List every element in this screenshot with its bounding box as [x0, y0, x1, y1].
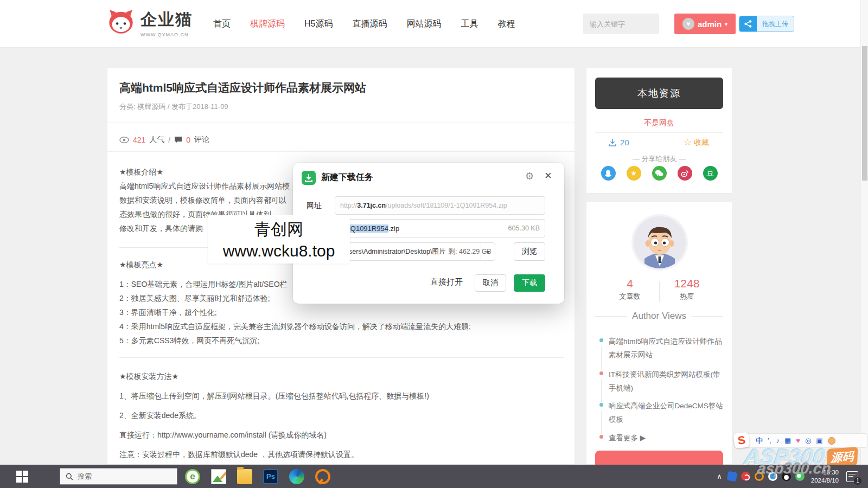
nav-item-home[interactable]: 首页 [213, 18, 231, 30]
notification-badge: 1 [854, 477, 861, 485]
drag-upload-button[interactable]: 拖拽上传 [739, 16, 794, 32]
skin-icon[interactable]: ♥ [796, 437, 800, 444]
site-header: 企业猫 WWW.QYMAO.CN 首页 棋牌源码 H5源码 直播源码 网站源码 … [0, 0, 868, 48]
url-path: /uploads/soft/181109/1-1Q1091R954.zip [386, 202, 507, 209]
author-avatar[interactable] [634, 216, 686, 268]
nav-item-live[interactable]: 直播源码 [352, 18, 387, 30]
download-count[interactable]: 20 [608, 138, 629, 147]
keyboard-icon[interactable]: ▦ [784, 437, 791, 444]
star-icon: ☆ [684, 137, 692, 148]
header-search-input[interactable] [583, 20, 687, 28]
start-button[interactable] [16, 471, 35, 483]
divider [595, 132, 723, 133]
comments-count: 0 [186, 136, 190, 144]
section-heading: ★模板介绍★ [119, 168, 163, 177]
body-line: 高端html5响应式自适应设计师作品素材展示网站模 [119, 182, 290, 191]
taskbar-search [60, 468, 177, 485]
cat-logo-icon [107, 8, 135, 38]
url-prefix: http:// [340, 202, 357, 209]
body-line: 2：独居美感大图、尽享美丽时光和舒适体验; [119, 294, 270, 304]
mascot-icon[interactable] [828, 437, 835, 445]
comment-icon [174, 136, 182, 144]
download-button[interactable]: 下载 [514, 274, 545, 292]
divider [119, 357, 564, 358]
site-logo[interactable]: 企业猫 WWW.QYMAO.CN [107, 8, 193, 38]
notification-center-icon[interactable]: 1 [846, 471, 858, 482]
emoji-icon[interactable]: ◎ [805, 437, 811, 444]
body-line: 5：多元素CSS3特效，网页不再死气沉沉; [119, 336, 259, 346]
local-resource-button[interactable]: 本地资源 [595, 78, 723, 109]
taskbar-file-explorer-icon[interactable] [237, 469, 252, 484]
comments-label: 评论 [194, 135, 209, 145]
author-views-heading: Author Views [586, 311, 732, 322]
author-view-item[interactable]: 高端html5响应式自适应设计师作品素材展示网站 [599, 335, 723, 362]
author-view-more[interactable]: 查看更多 ▶ [599, 431, 723, 445]
url-label: 网址 [307, 201, 322, 211]
share-nodes-icon [739, 16, 757, 32]
admin-label: admin [698, 20, 722, 29]
microphone-icon[interactable]: ♪ [776, 437, 780, 444]
body-line: 直接运行：http://www.yourname.com/install (请换… [119, 431, 327, 440]
url-input[interactable]: http://3.71jc.cn/uploads/soft/181109/1-1… [335, 196, 545, 215]
admin-avatar: ♥ [682, 18, 694, 30]
filename-input[interactable]: 1-1Q1091R954.zip 605.30 KB [335, 219, 545, 237]
watermark-line2: www.wcku8.top [208, 242, 350, 260]
views-count: 421 [133, 136, 145, 144]
dialog-title: 新建下载任务 [321, 172, 373, 183]
cancel-button[interactable]: 取消 [475, 274, 506, 292]
share-wechat-icon[interactable] [652, 166, 667, 181]
browse-button[interactable]: 浏览 [514, 242, 545, 261]
scrollbar-track[interactable] [860, 0, 868, 465]
author-view-item[interactable]: 响应式高端企业公司DedeCMS整站模板 [599, 399, 723, 426]
nav-item-qipai[interactable]: 棋牌源码 [250, 18, 285, 30]
body-line: 3：界面清晰干净，超个性化; [119, 308, 217, 318]
taskbar-image-editor-icon[interactable] [211, 469, 226, 484]
ime-lang-icon[interactable]: 中 [756, 437, 763, 444]
article-meta: 分类: 棋牌源码 / 发布于2018-11-09 [119, 102, 228, 112]
tray-expand-icon[interactable]: ∧ [717, 472, 722, 480]
tray-app2-icon[interactable] [741, 472, 750, 481]
not-netdisk-label: 不是网盘 [586, 118, 732, 128]
share-douban-icon[interactable]: 豆 [703, 166, 718, 181]
nav-item-tools[interactable]: 工具 [461, 18, 478, 30]
download-task-icon [302, 171, 316, 185]
nav-item-website[interactable]: 网站源码 [406, 18, 441, 30]
taskbar-search-input[interactable] [78, 472, 159, 480]
heat-label: 热度 [662, 292, 711, 301]
list-item-text: IT科技资讯新闻类织梦网站模板(带手机端) [609, 368, 723, 395]
share-qzone-icon[interactable]: ★ [627, 166, 641, 181]
chevron-down-icon: ▾ [725, 21, 727, 27]
body-line: 注意：安装过程中，数据库前缀默认dede ，其他选项请保持默认设置。 [119, 450, 359, 460]
toolbox-icon[interactable]: ▣ [816, 437, 822, 444]
download-icon [608, 138, 617, 147]
close-icon[interactable]: × [545, 169, 552, 183]
main-nav: 首页 棋牌源码 H5源码 直播源码 网站源码 工具 教程 [213, 0, 515, 48]
destination-path-select[interactable]: :\Users\Administrator\Desktop\图片 剩: 462.… [335, 242, 495, 261]
taskbar-edge-icon[interactable] [289, 469, 304, 484]
nav-item-tutorial[interactable]: 教程 [497, 18, 515, 30]
tray-app1-icon[interactable] [726, 471, 737, 482]
share-qq-icon[interactable] [601, 166, 616, 181]
scrollbar-thumb[interactable] [862, 46, 867, 181]
favorite-label: 收藏 [694, 138, 709, 147]
section-heading: ★模板亮点★ [119, 260, 163, 270]
url-host: 3.71jc.cn [357, 202, 386, 209]
gear-icon[interactable]: ⚙ [525, 170, 534, 182]
taskbar-photoshop-icon[interactable]: Ps [263, 469, 278, 484]
taskbar-browser-icon[interactable]: e [185, 469, 200, 484]
article-stats: 421 人气 / 0 评论 [119, 129, 209, 151]
sidebar-action-button[interactable] [595, 451, 723, 465]
taskbar-search-tool-icon[interactable] [315, 469, 330, 484]
search-icon [66, 473, 73, 480]
favorite-button[interactable]: ☆ 收藏 [684, 137, 709, 148]
share-weibo-icon[interactable] [678, 166, 692, 181]
open-directly-button[interactable]: 直接打开 [430, 277, 463, 287]
divider [107, 123, 575, 123]
nav-item-h5[interactable]: H5源码 [304, 18, 333, 30]
articles-count: 4 [605, 277, 654, 290]
dropdown-caret-icon[interactable]: ▾ [481, 243, 495, 260]
admin-account-button[interactable]: ♥ admin ▾ [674, 14, 736, 34]
ime-punctuation-icon[interactable]: ’, [768, 437, 771, 444]
download-count-value: 20 [620, 138, 629, 147]
author-view-item[interactable]: IT科技资讯新闻类织梦网站模板(带手机端) [599, 368, 723, 395]
